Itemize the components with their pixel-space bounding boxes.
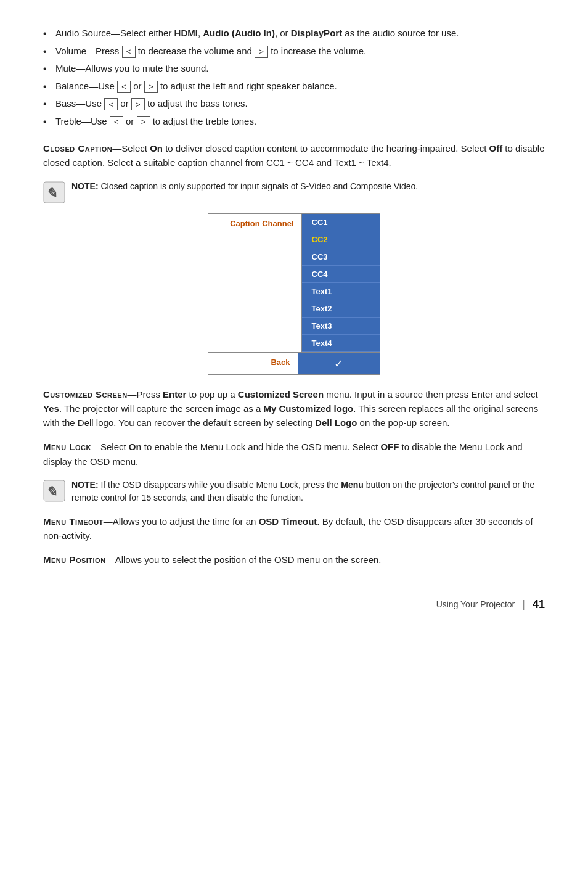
svg-text:✎: ✎: [46, 484, 57, 499]
customized-screen-section: Customized Screen—Press Enter to pop up …: [43, 387, 545, 430]
note-menu-lock-text: NOTE: If the OSD disappears while you di…: [71, 478, 545, 504]
key-left-volume: <: [122, 46, 136, 58]
key-left-bass: <: [104, 98, 118, 110]
caption-channel-menu: Caption Channel CC1 CC2 CC3 CC4 Text1 Te…: [208, 213, 380, 375]
closed-caption-emdash: —: [112, 143, 121, 154]
note-closed-caption: ✎ NOTE: Closed caption is only supported…: [43, 180, 545, 203]
closed-caption-section: Closed Caption—Select On to deliver clos…: [43, 141, 545, 170]
svg-text:✎: ✎: [46, 186, 57, 201]
caption-menu-wrapper: Caption Channel CC1 CC2 CC3 CC4 Text1 Te…: [43, 213, 545, 375]
key-left-treble: <: [110, 116, 123, 128]
menu-position-section: Menu Position—Allows you to select the p…: [43, 552, 545, 567]
list-item-balance: Balance—Use < or > to adjust the left an…: [43, 78, 545, 96]
caption-item-text1[interactable]: Text1: [302, 283, 380, 300]
key-right-balance: >: [144, 81, 158, 93]
note-menu-lock-icon: ✎: [43, 480, 65, 502]
caption-check-button[interactable]: ✓: [298, 353, 380, 374]
menu-lock-heading: Menu Lock: [43, 442, 91, 452]
caption-item-cc2[interactable]: CC2: [302, 231, 380, 248]
menu-timeout-heading: Menu Timeout: [43, 516, 104, 527]
customized-screen-heading: Customized Screen: [43, 389, 128, 400]
list-item-treble: Treble—Use < or > to adjust the treble t…: [43, 113, 545, 131]
note-label: NOTE:: [71, 181, 99, 191]
note-closed-caption-text: NOTE: Closed caption is only supported f…: [71, 180, 418, 193]
page-number: 41: [533, 598, 545, 611]
footer-pipe: |: [522, 598, 525, 611]
caption-item-text4[interactable]: Text4: [302, 335, 380, 352]
key-right-treble: >: [137, 116, 150, 128]
caption-menu-footer: Back ✓: [208, 353, 380, 374]
caption-back-label[interactable]: Back: [208, 353, 298, 374]
caption-item-cc3[interactable]: CC3: [302, 248, 380, 266]
note-menu-lock: ✎ NOTE: If the OSD disappears while you …: [43, 478, 545, 504]
note-menu-lock-label: NOTE:: [71, 480, 99, 490]
list-item-bass: Bass—Use < or > to adjust the bass tones…: [43, 95, 545, 113]
list-item-audio-source: Audio Source—Select either HDMI, Audio (…: [43, 25, 545, 43]
caption-item-text2[interactable]: Text2: [302, 300, 380, 318]
footer-label: Using Your Projector: [436, 599, 515, 609]
menu-position-text: Allows you to select the position of the…: [115, 554, 382, 565]
list-item-mute: Mute—Allows you to mute the sound.: [43, 60, 545, 78]
note-content: Closed caption is only supported for inp…: [100, 181, 418, 191]
list-item-volume: Volume—Press < to decrease the volume an…: [43, 43, 545, 60]
page-footer: Using Your Projector | 41: [43, 598, 545, 611]
caption-channel-label: Caption Channel: [208, 214, 302, 352]
caption-item-cc4[interactable]: CC4: [302, 266, 380, 283]
menu-position-heading: Menu Position: [43, 554, 106, 565]
bullet-list: Audio Source—Select either HDMI, Audio (…: [43, 25, 545, 130]
key-right-bass: >: [131, 98, 145, 110]
caption-item-cc1[interactable]: CC1: [302, 214, 380, 231]
caption-menu-header: Caption Channel CC1 CC2 CC3 CC4 Text1 Te…: [208, 214, 380, 353]
menu-timeout-section: Menu Timeout—Allows you to adjust the ti…: [43, 514, 545, 543]
caption-item-text3[interactable]: Text3: [302, 318, 380, 335]
menu-lock-section: Menu Lock—Select On to enable the Menu L…: [43, 440, 545, 469]
key-right-volume: >: [255, 46, 268, 58]
closed-caption-heading: Closed Caption: [43, 143, 112, 154]
caption-menu-items-col: CC1 CC2 CC3 CC4 Text1 Text2 Text3 Text4: [302, 214, 380, 352]
note-icon: ✎: [43, 181, 65, 203]
key-left-balance: <: [117, 81, 131, 93]
